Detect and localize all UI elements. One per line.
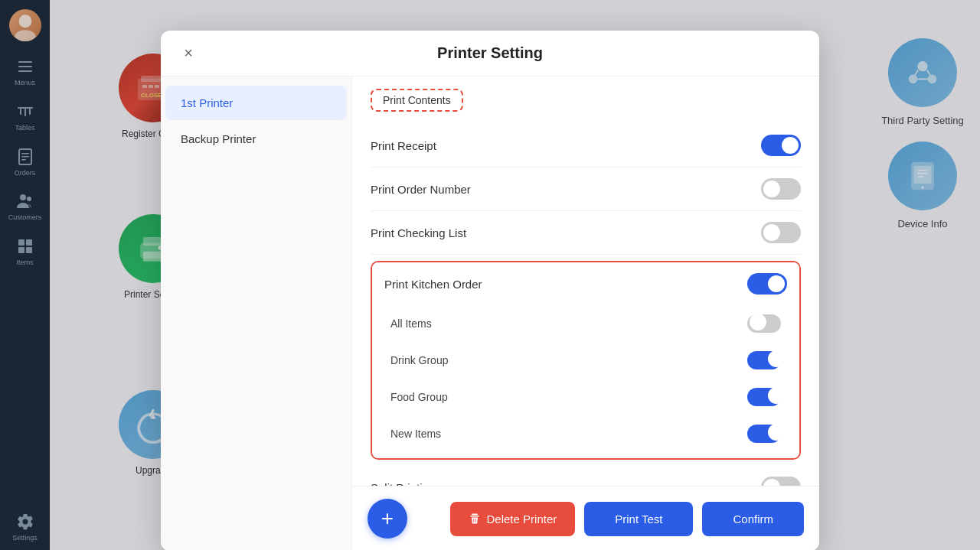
setting-row-split-printing: Split Printing xyxy=(371,466,801,486)
print-test-button[interactable]: Print Test xyxy=(584,502,693,536)
toggle-slider xyxy=(761,178,801,200)
delete-printer-button[interactable]: Delete Printer xyxy=(450,502,576,536)
print-checking-list-label: Print Checking List xyxy=(371,226,466,239)
toggle-slider xyxy=(761,222,801,243)
add-printer-button[interactable]: + xyxy=(368,499,407,539)
toggle-slider xyxy=(747,314,781,333)
toggle-slider xyxy=(747,351,781,369)
print-order-number-toggle[interactable] xyxy=(761,178,801,200)
sidebar-item-1st-printer[interactable]: 1st Printer xyxy=(165,86,347,120)
toggle-slider xyxy=(747,388,781,406)
kitchen-order-section: Print Kitchen Order All Items xyxy=(371,261,801,460)
modal-content: Print Contents Print Receipt Print Order… xyxy=(352,76,819,550)
printer-setting-modal: × Printer Setting 1st Printer Backup Pri… xyxy=(161,31,819,550)
modal-footer: + Delete Printer Print Test Confirm xyxy=(352,486,819,550)
toggle-slider xyxy=(761,477,801,486)
kitchen-items: All Items Drink Group xyxy=(372,305,799,458)
sidebar-item-backup-printer[interactable]: Backup Printer xyxy=(165,122,347,156)
split-printing-toggle[interactable] xyxy=(761,477,801,486)
kitchen-order-header: Print Kitchen Order xyxy=(372,262,799,305)
print-receipt-label: Print Receipt xyxy=(371,139,436,152)
new-items-toggle[interactable] xyxy=(747,425,781,443)
kitchen-order-label: Print Kitchen Order xyxy=(384,278,482,291)
toggle-slider xyxy=(747,425,781,443)
setting-row-print-receipt: Print Receipt xyxy=(371,124,801,168)
kitchen-item-drink-group: Drink Group xyxy=(372,342,799,379)
setting-row-print-checking-list: Print Checking List xyxy=(371,211,801,255)
toggle-slider xyxy=(747,273,787,295)
all-items-label: All Items xyxy=(390,317,432,330)
close-button[interactable]: × xyxy=(176,41,201,66)
confirm-button[interactable]: Confirm xyxy=(702,502,804,536)
kitchen-order-toggle[interactable] xyxy=(747,273,787,295)
drink-group-toggle[interactable] xyxy=(747,351,781,369)
setting-row-print-order-number: Print Order Number xyxy=(371,168,801,211)
kitchen-item-food-group: Food Group xyxy=(372,379,799,415)
print-contents-badge: Print Contents xyxy=(371,89,463,112)
kitchen-item-new-items: New Items xyxy=(372,415,799,452)
food-group-toggle[interactable] xyxy=(747,388,781,406)
drink-group-label: Drink Group xyxy=(390,354,448,366)
modal-sidebar: 1st Printer Backup Printer xyxy=(161,76,352,550)
settings-scroll[interactable]: Print Contents Print Receipt Print Order… xyxy=(352,76,819,486)
toggle-slider xyxy=(761,135,801,156)
delete-printer-label: Delete Printer xyxy=(487,513,557,526)
print-checking-list-toggle[interactable] xyxy=(761,222,801,243)
modal-title: Printer Setting xyxy=(437,44,543,62)
print-order-number-label: Print Order Number xyxy=(371,183,471,196)
new-items-label: New Items xyxy=(390,428,441,440)
modal-header: × Printer Setting xyxy=(161,31,819,76)
print-receipt-toggle[interactable] xyxy=(761,135,801,156)
food-group-label: Food Group xyxy=(390,391,448,403)
footer-buttons: Delete Printer Print Test Confirm xyxy=(416,502,804,536)
modal-body: 1st Printer Backup Printer Print Content… xyxy=(161,76,819,550)
kitchen-item-all-items: All Items xyxy=(372,305,799,342)
all-items-toggle[interactable] xyxy=(747,314,781,333)
